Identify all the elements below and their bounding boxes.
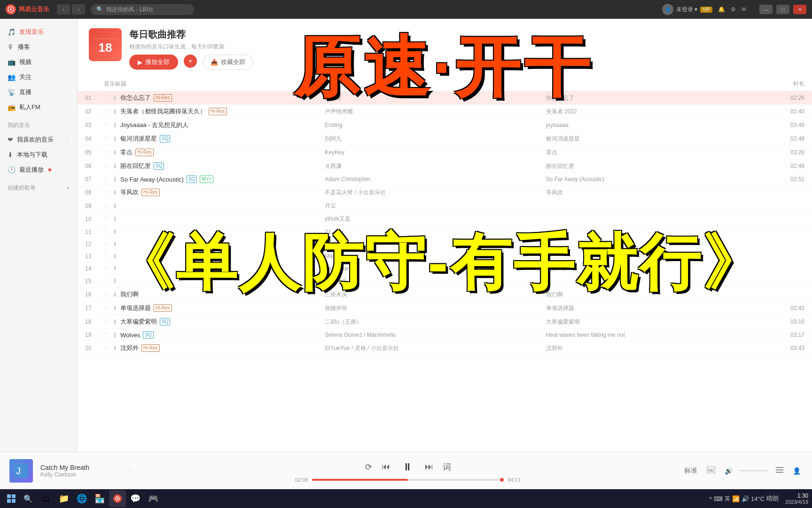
like-song-button[interactable]: ♡: [104, 176, 109, 183]
progress-track[interactable]: [312, 479, 504, 481]
download-song-button[interactable]: ⬇: [112, 108, 117, 115]
next-button[interactable]: ⏭: [425, 462, 433, 472]
play-all-button[interactable]: ▶ 播放全部: [129, 55, 178, 70]
download-song-button[interactable]: ⬇: [112, 332, 117, 339]
sidebar-item-live[interactable]: 📡 直播: [0, 85, 77, 100]
collect-all-button[interactable]: 📥 收藏全部: [203, 55, 253, 70]
sidebar-item-recent[interactable]: 🕐 最近播放: [0, 162, 77, 177]
forward-button[interactable]: ›: [72, 4, 85, 15]
song-row[interactable]: 08 ♡ ⬇ 等风吹 Hi-Res 不是花火呀 / 小出音乐社 等风吹: [78, 186, 812, 199]
taskbar-store[interactable]: 🏪: [91, 490, 108, 507]
like-song-button[interactable]: ♡: [104, 278, 109, 285]
download-song-button[interactable]: ⬇: [112, 202, 117, 209]
download-song-button[interactable]: ⬇: [112, 240, 117, 247]
sidebar-item-liked[interactable]: ❤ 我喜欢的音乐 ♡: [0, 132, 77, 147]
download-song-button[interactable]: ⬇: [112, 253, 117, 260]
standard-quality-button[interactable]: 标准: [682, 465, 699, 477]
song-row[interactable]: 04 ♡ ⬇ 银河消派星星 SQ 刘阿九 银河消派星星 02:48: [78, 132, 812, 146]
download-song-button[interactable]: ⬇: [112, 305, 117, 312]
lyrics-button[interactable]: 词: [443, 461, 451, 473]
download-song-button[interactable]: ⬇: [112, 278, 117, 285]
like-song-button[interactable]: ♡: [104, 345, 109, 352]
mail-icon[interactable]: ✉: [742, 6, 746, 13]
close-button[interactable]: ✕: [793, 5, 806, 14]
playlist-toggle-button[interactable]: [774, 465, 785, 476]
download-song-button[interactable]: ⬇: [112, 135, 117, 143]
sidebar-item-discover[interactable]: 🎵 发现音乐: [0, 24, 77, 40]
add-friend-button[interactable]: 👤: [791, 465, 803, 476]
song-row[interactable]: 02 ♡ ⬇ 失落者（都怪我花圃得落天久） Hi-Res 卢声快闭嘴 失落者 2…: [78, 105, 812, 119]
taskbar-discord[interactable]: 💬: [127, 490, 144, 507]
sidebar-item-local[interactable]: ⬇ 本地与下载: [0, 147, 77, 162]
player-like-button[interactable]: ♡: [127, 466, 133, 475]
minimize-button[interactable]: —: [759, 5, 773, 14]
song-row[interactable]: 19 ♡ ⬇ Wolves SQ Selena Gomez / Marshmel…: [78, 329, 812, 341]
taskbar-edge[interactable]: 🌐: [73, 490, 90, 507]
download-song-button[interactable]: ⬇: [112, 291, 117, 298]
like-song-button[interactable]: ♡: [104, 240, 109, 247]
sidebar-item-podcast[interactable]: 🎙 播客: [0, 40, 77, 55]
song-row[interactable]: 16 ♡ ⬇ 我们啊 三块木头 我们啊: [78, 288, 812, 302]
like-song-button[interactable]: ♡: [104, 108, 109, 115]
bell-icon[interactable]: 🔔: [718, 6, 725, 13]
like-song-button[interactable]: ♡: [104, 215, 109, 222]
download-song-button[interactable]: ⬇: [112, 122, 117, 129]
user-area[interactable]: 👤 未登录 ▾ VIP: [662, 4, 712, 15]
download-song-button[interactable]: ⬇: [112, 176, 117, 183]
like-song-button[interactable]: ♡: [104, 253, 109, 260]
download-song-button[interactable]: ⬇: [112, 95, 117, 102]
start-button[interactable]: [4, 491, 19, 506]
like-song-button[interactable]: ♡: [104, 202, 109, 209]
song-row[interactable]: 13 ♡ ⬇ Mike Pe...: [78, 250, 812, 262]
download-song-button[interactable]: ⬇: [112, 228, 117, 235]
like-song-button[interactable]: ♡: [104, 122, 109, 129]
prev-button[interactable]: ⏮: [382, 462, 390, 472]
add-playlist-button[interactable]: +: [66, 185, 70, 191]
maximize-button[interactable]: □: [776, 5, 789, 14]
song-row[interactable]: 06 ♡ ⬇ 困在回忆里 SQ 火西谦 困在回忆里 02:48: [78, 159, 812, 173]
like-song-button[interactable]: ♡: [104, 95, 109, 102]
song-row[interactable]: 15 ♡ ⬇ 三块木头: [78, 275, 812, 288]
sidebar-item-fm[interactable]: 📻 私人FM: [0, 100, 77, 115]
keyboard-icon[interactable]: ⌨: [714, 495, 723, 502]
volume-track[interactable]: [740, 470, 768, 471]
song-row[interactable]: 18 ♡ ⬇ 大寒偏爱紫明 SQ 二胡u（王彪） 大寒偏爱紫明 03:16: [78, 315, 812, 329]
like-song-button[interactable]: ♡: [104, 163, 109, 170]
like-song-button[interactable]: ♡: [104, 135, 109, 143]
download-song-button[interactable]: ⬇: [112, 189, 117, 196]
play-pause-button[interactable]: ⏸: [399, 459, 415, 475]
song-row[interactable]: 03 ♡ ⬇ Joysaaaa - 去见想见的人 Ending joysaaaa…: [78, 119, 812, 132]
song-row[interactable]: 07 ♡ ⬇ So Far Away (Acoustic) SQMV+ Adam…: [78, 173, 812, 186]
song-row[interactable]: 05 ♡ ⬇ 零点 Hi-Res KeyKey 零点 03:20: [78, 146, 812, 159]
sound-icon[interactable]: 🔊: [742, 495, 749, 502]
song-row[interactable]: 12 ♡ ⬇: [78, 238, 812, 250]
loop-button[interactable]: ⟳: [365, 462, 372, 472]
taskbar-search-button[interactable]: 🔍: [21, 491, 36, 506]
song-row[interactable]: 09 ♡ ⬇ 月尘: [78, 199, 812, 213]
add-to-queue-button[interactable]: +: [184, 55, 197, 68]
settings-icon[interactable]: ⚙: [731, 6, 736, 13]
download-song-button[interactable]: ⬇: [112, 318, 117, 325]
sidebar-item-follow[interactable]: 👥 关注: [0, 70, 77, 85]
liked-add-icon[interactable]: ♡: [64, 136, 70, 143]
like-song-button[interactable]: ♡: [104, 332, 109, 339]
network-icon[interactable]: 📶: [732, 495, 740, 502]
search-bar[interactable]: 🔍 我还你的风 - LBI社: [91, 4, 194, 15]
language-label[interactable]: 英: [725, 495, 730, 503]
taskbar-steam[interactable]: 🎮: [145, 490, 162, 507]
taskbar-explorer[interactable]: 🗂: [38, 490, 55, 507]
like-song-button[interactable]: ♡: [104, 305, 109, 312]
download-song-button[interactable]: ⬇: [112, 215, 117, 222]
song-row[interactable]: 10 ♡ ⬇ yihuik又是: [78, 213, 812, 226]
chevron-up-icon[interactable]: ^: [709, 495, 712, 502]
song-row[interactable]: 01 ♡ ⬇ 你怎么忘了 Hi-Res 苏星睿 你怎么忘了 02:26: [78, 91, 812, 105]
like-song-button[interactable]: ♡: [104, 228, 109, 235]
song-row[interactable]: 17 ♡ ⬇ 单项选择题 Hi-Res 张德伊玲 单项选择题 02:42: [78, 302, 812, 315]
taskbar-files[interactable]: 📁: [55, 490, 72, 507]
clock[interactable]: 1:30 2023/4/19: [785, 492, 808, 505]
hd-button[interactable]: HD: [705, 465, 717, 476]
song-row[interactable]: 20 ♡ ⬇ 沈郊外 Hi-Res 归YueYue / 灵格 / 小出音乐社 沈…: [78, 341, 812, 355]
song-row[interactable]: 14 ♡ ⬇ Kelly Clarks... Just The H...: [78, 262, 812, 275]
download-song-button[interactable]: ⬇: [112, 345, 117, 352]
back-button[interactable]: ‹: [57, 4, 70, 15]
